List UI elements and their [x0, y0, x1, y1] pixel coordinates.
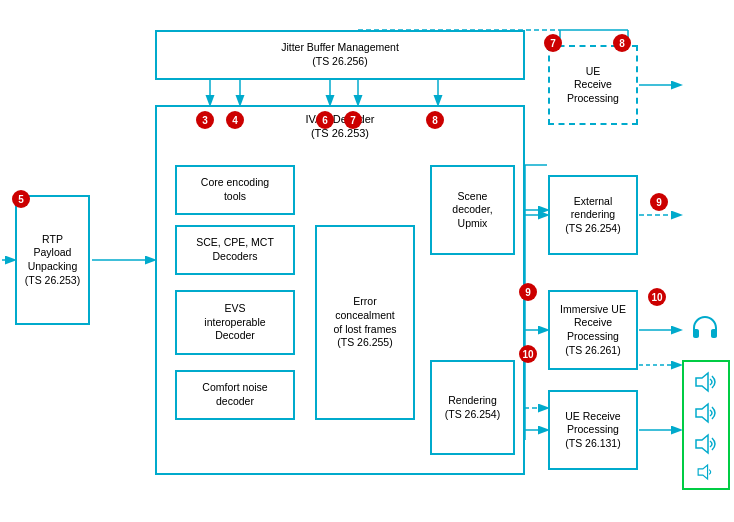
svg-marker-30 [696, 404, 708, 422]
speaker-icon-1 [692, 368, 720, 396]
ue-receive-label: UEReceiveProcessing [567, 65, 619, 106]
rendering-box: Rendering(TS 26.254) [430, 360, 515, 455]
badge-5: 5 [12, 190, 30, 208]
evs-label: EVSinteroperableDecoder [204, 302, 265, 343]
scene-decoder-label: Scenedecoder,Upmix [452, 190, 492, 231]
badge-3: 3 [196, 111, 214, 129]
badge-10-left: 10 [519, 345, 537, 363]
speaker-icon-2 [692, 399, 720, 427]
rtp-box: RTP Payload Unpacking (TS 26.253) [15, 195, 90, 325]
badge-4: 4 [226, 111, 244, 129]
badge-7-top: 7 [544, 34, 562, 52]
badge-10-right: 10 [648, 288, 666, 306]
speakers-box [682, 360, 730, 490]
speaker-icon-3 [692, 430, 720, 458]
badge-8-inner: 8 [426, 111, 444, 129]
badge-7-inner: 7 [344, 111, 362, 129]
evs-box: EVSinteroperableDecoder [175, 290, 295, 355]
sce-cpe-box: SCE, CPE, MCTDecoders [175, 225, 295, 275]
badge-9-left: 9 [519, 283, 537, 301]
badge-9-right: 9 [650, 193, 668, 211]
rtp-label: RTP Payload Unpacking (TS 26.253) [25, 233, 80, 288]
immersive-ue-label: Immersive UEReceiveProcessing(TS 26.261) [560, 303, 626, 358]
rendering-label: Rendering(TS 26.254) [445, 394, 500, 421]
headphones-icon [685, 308, 725, 348]
speaker-icon-4 [695, 461, 717, 483]
error-concealment-box: Errorconcealmentof lost frames(TS 26.255… [315, 225, 415, 420]
scene-decoder-box: Scenedecoder,Upmix [430, 165, 515, 255]
svg-marker-32 [698, 464, 707, 478]
jitter-box: Jitter Buffer Management (TS 26.256) [155, 30, 525, 80]
sce-cpe-label: SCE, CPE, MCTDecoders [196, 236, 274, 263]
core-encoding-box: Core encodingtools [175, 165, 295, 215]
core-encoding-label: Core encodingtools [201, 176, 269, 203]
immersive-ue-box: Immersive UEReceiveProcessing(TS 26.261) [548, 290, 638, 370]
ue-receive-131-box: UE ReceiveProcessing(TS 26.131) [548, 390, 638, 470]
error-concealment-label: Errorconcealmentof lost frames(TS 26.255… [333, 295, 396, 350]
comfort-box: Comfort noisedecoder [175, 370, 295, 420]
ue-receive-box: UEReceiveProcessing [548, 45, 638, 125]
jitter-label: Jitter Buffer Management (TS 26.256) [281, 41, 399, 68]
comfort-label: Comfort noisedecoder [202, 381, 267, 408]
external-rendering-label: Externalrendering(TS 26.254) [565, 195, 620, 236]
svg-marker-29 [696, 373, 708, 391]
svg-marker-31 [696, 435, 708, 453]
diagram: RTP Payload Unpacking (TS 26.253) Jitter… [0, 0, 734, 522]
external-rendering-box: Externalrendering(TS 26.254) [548, 175, 638, 255]
ue-receive-131-label: UE ReceiveProcessing(TS 26.131) [565, 410, 620, 451]
badge-6: 6 [316, 111, 334, 129]
badge-8-top: 8 [613, 34, 631, 52]
